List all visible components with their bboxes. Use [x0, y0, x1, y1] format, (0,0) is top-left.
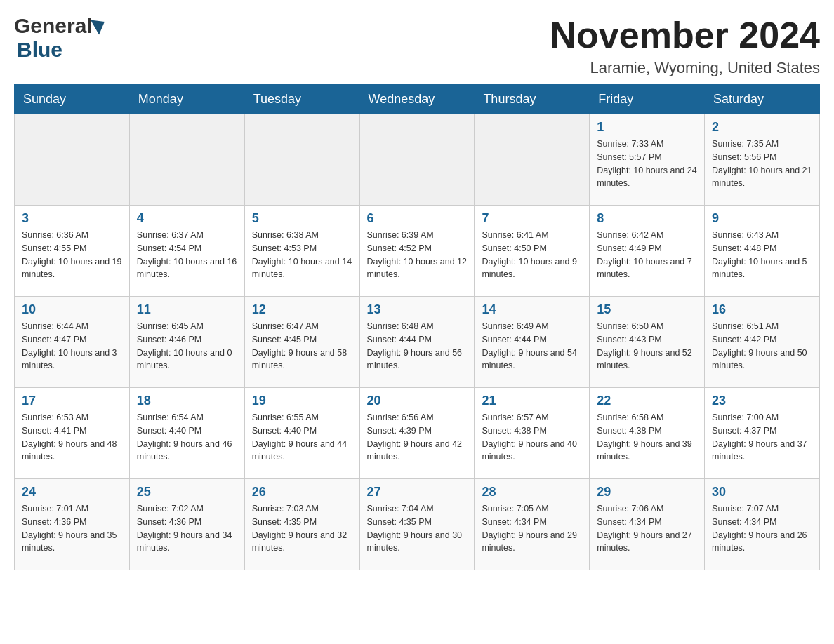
day-cell: 9Sunrise: 6:43 AMSunset: 4:48 PMDaylight… [705, 206, 820, 297]
day-info: Sunrise: 7:33 AMSunset: 5:57 PMDaylight:… [597, 137, 697, 190]
day-info: Sunrise: 6:42 AMSunset: 4:49 PMDaylight:… [597, 229, 697, 281]
weekday-header-saturday: Saturday [705, 85, 820, 114]
day-info: Sunrise: 6:36 AMSunset: 4:55 PMDaylight:… [22, 229, 122, 281]
day-number: 26 [252, 485, 352, 499]
day-info: Sunrise: 7:06 AMSunset: 4:34 PMDaylight:… [597, 502, 697, 555]
week-row-5: 24Sunrise: 7:01 AMSunset: 4:36 PMDayligh… [15, 479, 820, 570]
day-number: 27 [367, 485, 468, 499]
day-number: 8 [597, 211, 697, 226]
day-cell: 2Sunrise: 7:35 AMSunset: 5:56 PMDaylight… [705, 114, 820, 206]
day-cell: 4Sunrise: 6:37 AMSunset: 4:54 PMDaylight… [129, 206, 244, 297]
day-number: 21 [482, 394, 582, 408]
weekday-header-monday: Monday [129, 85, 244, 114]
day-cell: 19Sunrise: 6:55 AMSunset: 4:40 PMDayligh… [244, 388, 359, 479]
day-cell: 11Sunrise: 6:45 AMSunset: 4:46 PMDayligh… [129, 297, 244, 388]
day-cell: 20Sunrise: 6:56 AMSunset: 4:39 PMDayligh… [359, 388, 475, 479]
day-info: Sunrise: 6:58 AMSunset: 4:38 PMDaylight:… [597, 411, 697, 464]
day-number: 20 [367, 394, 468, 408]
week-row-2: 3Sunrise: 6:36 AMSunset: 4:55 PMDaylight… [15, 206, 820, 297]
day-cell: 22Sunrise: 6:58 AMSunset: 4:38 PMDayligh… [590, 388, 705, 479]
day-cell: 26Sunrise: 7:03 AMSunset: 4:35 PMDayligh… [244, 479, 359, 570]
page-header: General Blue November 2024 Laramie, Wyom… [14, 14, 820, 77]
title-section: November 2024 Laramie, Wyoming, United S… [550, 14, 820, 77]
day-info: Sunrise: 7:00 AMSunset: 4:37 PMDaylight:… [712, 411, 812, 464]
day-cell [359, 114, 475, 206]
day-info: Sunrise: 6:48 AMSunset: 4:44 PMDaylight:… [367, 320, 468, 373]
day-cell: 27Sunrise: 7:04 AMSunset: 4:35 PMDayligh… [359, 479, 475, 570]
week-row-4: 17Sunrise: 6:53 AMSunset: 4:41 PMDayligh… [15, 388, 820, 479]
logo-general-text: General [14, 14, 93, 38]
day-info: Sunrise: 7:02 AMSunset: 4:36 PMDaylight:… [137, 502, 237, 555]
week-row-1: 1Sunrise: 7:33 AMSunset: 5:57 PMDaylight… [15, 114, 820, 206]
day-cell [15, 114, 130, 206]
calendar-title: November 2024 [550, 14, 820, 56]
day-cell: 23Sunrise: 7:00 AMSunset: 4:37 PMDayligh… [705, 388, 820, 479]
day-info: Sunrise: 6:47 AMSunset: 4:45 PMDaylight:… [252, 320, 352, 373]
day-cell: 7Sunrise: 6:41 AMSunset: 4:50 PMDaylight… [475, 206, 590, 297]
day-number: 11 [137, 302, 237, 317]
day-number: 28 [482, 485, 582, 499]
day-number: 12 [252, 302, 352, 317]
day-number: 23 [712, 394, 812, 408]
week-row-3: 10Sunrise: 6:44 AMSunset: 4:47 PMDayligh… [15, 297, 820, 388]
calendar-table: SundayMondayTuesdayWednesdayThursdayFrid… [14, 84, 820, 570]
day-cell: 13Sunrise: 6:48 AMSunset: 4:44 PMDayligh… [359, 297, 475, 388]
day-cell [129, 114, 244, 206]
weekday-header-friday: Friday [590, 85, 705, 114]
day-info: Sunrise: 6:43 AMSunset: 4:48 PMDaylight:… [712, 229, 812, 281]
day-number: 13 [367, 302, 468, 317]
day-info: Sunrise: 6:57 AMSunset: 4:38 PMDaylight:… [482, 411, 582, 464]
day-cell: 10Sunrise: 6:44 AMSunset: 4:47 PMDayligh… [15, 297, 130, 388]
day-cell: 16Sunrise: 6:51 AMSunset: 4:42 PMDayligh… [705, 297, 820, 388]
day-number: 17 [22, 394, 122, 408]
day-info: Sunrise: 6:38 AMSunset: 4:53 PMDaylight:… [252, 229, 352, 281]
day-number: 15 [597, 302, 697, 317]
day-number: 6 [367, 211, 468, 226]
day-cell: 21Sunrise: 6:57 AMSunset: 4:38 PMDayligh… [475, 388, 590, 479]
day-cell: 8Sunrise: 6:42 AMSunset: 4:49 PMDaylight… [590, 206, 705, 297]
day-info: Sunrise: 6:45 AMSunset: 4:46 PMDaylight:… [137, 320, 237, 373]
day-cell: 3Sunrise: 6:36 AMSunset: 4:55 PMDaylight… [15, 206, 130, 297]
day-info: Sunrise: 7:04 AMSunset: 4:35 PMDaylight:… [367, 502, 468, 555]
day-number: 4 [137, 211, 237, 226]
day-info: Sunrise: 6:39 AMSunset: 4:52 PMDaylight:… [367, 229, 468, 281]
day-number: 29 [597, 485, 697, 499]
day-cell: 14Sunrise: 6:49 AMSunset: 4:44 PMDayligh… [475, 297, 590, 388]
day-info: Sunrise: 7:07 AMSunset: 4:34 PMDaylight:… [712, 502, 812, 555]
weekday-header-row: SundayMondayTuesdayWednesdayThursdayFrid… [15, 85, 820, 114]
day-cell: 12Sunrise: 6:47 AMSunset: 4:45 PMDayligh… [244, 297, 359, 388]
day-info: Sunrise: 7:03 AMSunset: 4:35 PMDaylight:… [252, 502, 352, 555]
day-number: 10 [22, 302, 122, 317]
day-info: Sunrise: 7:35 AMSunset: 5:56 PMDaylight:… [712, 137, 812, 190]
day-cell: 29Sunrise: 7:06 AMSunset: 4:34 PMDayligh… [590, 479, 705, 570]
weekday-header-thursday: Thursday [475, 85, 590, 114]
weekday-header-tuesday: Tuesday [244, 85, 359, 114]
day-number: 9 [712, 211, 812, 226]
day-info: Sunrise: 7:01 AMSunset: 4:36 PMDaylight:… [22, 502, 122, 555]
day-info: Sunrise: 6:56 AMSunset: 4:39 PMDaylight:… [367, 411, 468, 464]
logo-blue-text: Blue [17, 38, 62, 61]
day-info: Sunrise: 6:55 AMSunset: 4:40 PMDaylight:… [252, 411, 352, 464]
day-number: 19 [252, 394, 352, 408]
day-number: 3 [22, 211, 122, 226]
day-number: 16 [712, 302, 812, 317]
day-cell: 30Sunrise: 7:07 AMSunset: 4:34 PMDayligh… [705, 479, 820, 570]
day-cell: 18Sunrise: 6:54 AMSunset: 4:40 PMDayligh… [129, 388, 244, 479]
day-number: 18 [137, 394, 237, 408]
weekday-header-sunday: Sunday [15, 85, 130, 114]
day-number: 2 [712, 120, 812, 135]
day-number: 24 [22, 485, 122, 499]
logo: General Blue [14, 14, 107, 62]
day-info: Sunrise: 6:51 AMSunset: 4:42 PMDaylight:… [712, 320, 812, 373]
day-cell: 6Sunrise: 6:39 AMSunset: 4:52 PMDaylight… [359, 206, 475, 297]
day-number: 5 [252, 211, 352, 226]
day-cell: 5Sunrise: 6:38 AMSunset: 4:53 PMDaylight… [244, 206, 359, 297]
day-cell: 15Sunrise: 6:50 AMSunset: 4:43 PMDayligh… [590, 297, 705, 388]
day-cell: 24Sunrise: 7:01 AMSunset: 4:36 PMDayligh… [15, 479, 130, 570]
day-info: Sunrise: 6:49 AMSunset: 4:44 PMDaylight:… [482, 320, 582, 373]
day-info: Sunrise: 6:54 AMSunset: 4:40 PMDaylight:… [137, 411, 237, 464]
weekday-header-wednesday: Wednesday [359, 85, 475, 114]
day-info: Sunrise: 7:05 AMSunset: 4:34 PMDaylight:… [482, 502, 582, 555]
day-info: Sunrise: 6:41 AMSunset: 4:50 PMDaylight:… [482, 229, 582, 281]
day-info: Sunrise: 6:50 AMSunset: 4:43 PMDaylight:… [597, 320, 697, 373]
